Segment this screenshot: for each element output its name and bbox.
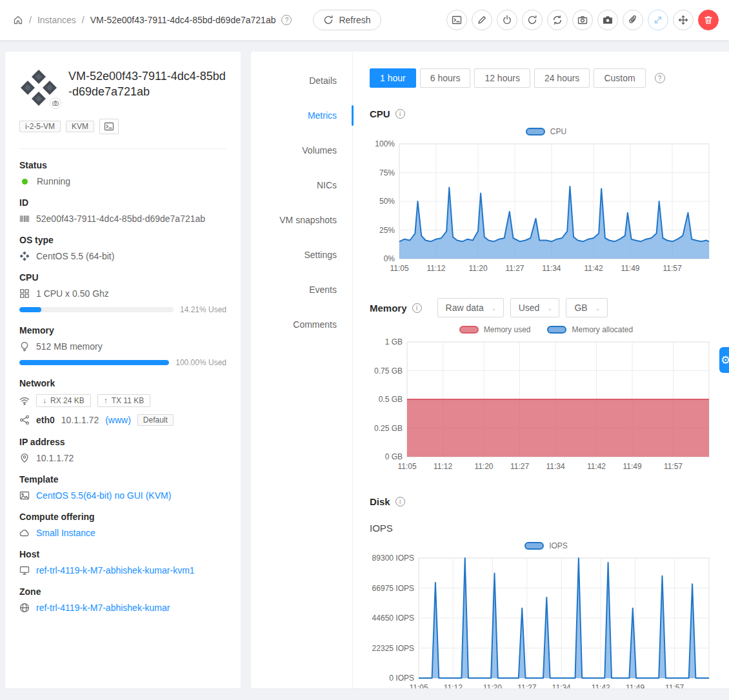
tab-events[interactable]: Events <box>251 277 352 302</box>
field-network: Network ↓ RX 24 KB ↑ TX 11 KB eth0 10.1.… <box>19 378 226 426</box>
camera-badge-icon <box>50 97 61 109</box>
console-icon <box>104 121 114 132</box>
svg-text:11:57: 11:57 <box>664 462 683 471</box>
recurring-snapshot-button[interactable] <box>597 10 618 30</box>
help-icon: ? <box>281 15 292 25</box>
edit-button[interactable] <box>472 10 492 30</box>
svg-text:11:27: 11:27 <box>505 264 524 273</box>
range-button-1-hour[interactable]: 1 hour <box>370 68 416 88</box>
breadcrumb-instances[interactable]: Instances <box>37 15 76 25</box>
disk-chart-svg: 0 IOPS22325 IOPS44650 IOPS66975 IOPS8930… <box>370 552 714 688</box>
migrate-vm-button[interactable] <box>673 10 694 30</box>
memory-progress-bar <box>19 360 169 365</box>
globe-icon <box>19 603 30 613</box>
memory-chart-svg: 0 GB0.25 GB0.5 GB0.75 GB1 GB11:0511:1211… <box>370 335 714 474</box>
rx-chip[interactable]: ↓ RX 24 KB <box>36 394 91 407</box>
svg-text:11:05: 11:05 <box>397 462 416 471</box>
field-status: Status Running <box>19 160 226 186</box>
legend-item[interactable]: CPU <box>526 127 566 136</box>
svg-text:11:34: 11:34 <box>542 264 561 273</box>
destroy-vm-button[interactable] <box>698 10 719 30</box>
select-raw-data[interactable]: Raw data⌄ <box>437 298 504 317</box>
svg-text:11:57: 11:57 <box>663 264 681 273</box>
take-snapshot-button[interactable] <box>572 10 593 30</box>
tab-details[interactable]: Details <box>251 68 352 93</box>
field-template: Template CentOS 5.5(64-bit) no GUI (KVM) <box>19 474 226 501</box>
svg-text:89300 IOPS: 89300 IOPS <box>372 554 414 563</box>
tab-nics[interactable]: NICs <box>251 173 352 197</box>
field-ip-address: IP address 10.1.1.72 <box>19 437 226 463</box>
divider <box>19 148 226 149</box>
disk-section-header: Disk i <box>370 496 723 507</box>
host-link[interactable]: ref-trl-4119-k-M7-abhishek-kumar-kvm1 <box>36 565 195 575</box>
tab-comments[interactable]: Comments <box>251 312 352 337</box>
svg-text:25%: 25% <box>379 226 395 235</box>
camera-icon <box>577 15 588 25</box>
network-label: Network <box>19 378 226 388</box>
tab-metrics[interactable]: Metrics <box>251 103 352 128</box>
share-alt-icon <box>19 415 30 425</box>
range-button-12-hours[interactable]: 12 hours <box>474 68 530 88</box>
ip-value: 10.1.1.72 <box>36 453 74 463</box>
field-compute-offering: Compute offering Small Instance <box>19 512 226 538</box>
disk-section-title: Disk <box>370 496 390 507</box>
svg-text:0.5 GB: 0.5 GB <box>379 395 403 404</box>
svg-text:11:27: 11:27 <box>510 462 529 471</box>
field-os-type: OS type CentOS 5.5 (64-bit) <box>19 235 226 261</box>
svg-text:11:49: 11:49 <box>623 462 641 471</box>
tab-settings[interactable]: Settings <box>251 243 352 267</box>
cpu-section-title: CPU <box>370 108 390 119</box>
stop-button[interactable] <box>497 10 517 30</box>
cloud-icon <box>19 528 30 538</box>
template-link[interactable]: CentOS 5.5(64-bit) no GUI (KVM) <box>36 490 171 501</box>
range-button-24-hours[interactable]: 24 hours <box>534 68 590 88</box>
select-gb[interactable]: GB⌄ <box>566 298 607 317</box>
header-actions <box>446 10 719 30</box>
iops-label: IOPS <box>370 523 723 534</box>
settings-fab-button[interactable]: ⚙ <box>719 347 729 373</box>
refresh-button[interactable]: Refresh <box>313 10 381 30</box>
home-icon[interactable] <box>13 15 23 25</box>
view-console-button[interactable] <box>446 10 467 30</box>
svg-text:11:20: 11:20 <box>483 683 502 688</box>
legend-item[interactable]: IOPS <box>524 541 568 550</box>
attach-iso-button[interactable] <box>623 10 643 30</box>
nic-network-link[interactable]: (www) <box>105 415 131 425</box>
offering-link[interactable]: Small Instance <box>36 528 95 538</box>
nic-name: eth0 <box>36 415 55 425</box>
status-value: Running <box>37 176 70 186</box>
reboot-button[interactable] <box>522 10 543 30</box>
tab-volumes[interactable]: Volumes <box>251 138 352 163</box>
arrow-up-icon: ↑ <box>104 396 108 405</box>
range-button-custom[interactable]: Custom <box>594 68 645 88</box>
help-icon: ? <box>655 73 665 83</box>
tx-chip[interactable]: ↑ TX 11 KB <box>97 394 150 407</box>
picture-icon <box>19 490 30 501</box>
top-header: / Instances / VM-52e00f43-7911-4dc4-85bd… <box>0 0 729 40</box>
svg-text:11:42: 11:42 <box>584 264 603 273</box>
cpu-chart: CPU0%25%50%75%100%11:0511:1211:2011:2711… <box>370 127 723 277</box>
legend-item[interactable]: Memory allocated <box>547 325 633 334</box>
os-type-value: CentOS 5.5 (64-bit) <box>36 251 114 261</box>
legend-item[interactable]: Memory used <box>459 325 531 334</box>
power-icon <box>502 15 512 25</box>
scale-vm-button[interactable] <box>648 10 668 30</box>
svg-text:11:05: 11:05 <box>390 264 408 273</box>
ip-label: IP address <box>19 437 226 447</box>
memory-section-title: Memory <box>370 303 407 314</box>
cpu-progress-bar <box>19 307 174 312</box>
edit-icon <box>477 15 487 25</box>
tab-vm-snapshots[interactable]: VM snapshots <box>251 208 352 232</box>
svg-text:50%: 50% <box>379 197 395 206</box>
console-icon <box>452 15 462 25</box>
status-label: Status <box>19 160 226 170</box>
svg-text:11:49: 11:49 <box>621 264 639 273</box>
reinstall-button[interactable] <box>547 10 568 30</box>
offering-label: Compute offering <box>19 512 226 522</box>
zone-link[interactable]: ref-trl-4119-k-M7-abhishek-kumar <box>36 603 170 613</box>
range-button-6-hours[interactable]: 6 hours <box>420 68 471 88</box>
console-tag-button[interactable] <box>99 119 119 134</box>
breadcrumb-current: VM-52e00f43-7911-4dc4-85bd-d69de7a721ab <box>90 15 276 25</box>
svg-text:11:12: 11:12 <box>444 683 463 688</box>
select-used[interactable]: Used⌄ <box>510 298 560 317</box>
